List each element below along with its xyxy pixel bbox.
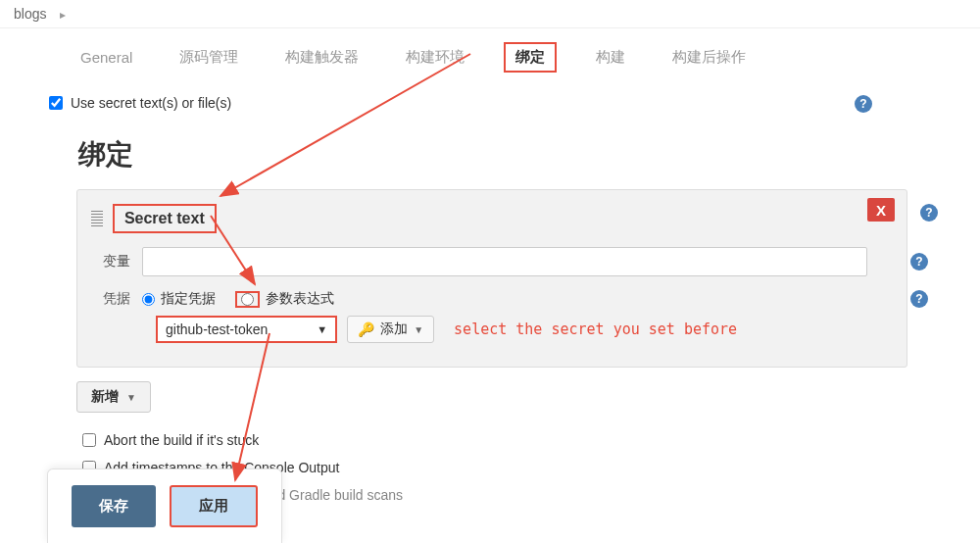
specify-cred-radio[interactable] bbox=[142, 293, 155, 306]
save-button[interactable]: 保存 bbox=[72, 485, 156, 527]
chevron-down-icon: ▼ bbox=[414, 324, 423, 335]
apply-button[interactable]: 应用 bbox=[170, 485, 258, 527]
credential-radio-group: 指定凭据 参数表达式 bbox=[142, 290, 348, 308]
secret-text-label: Secret text bbox=[113, 204, 217, 233]
tab-general[interactable]: General bbox=[73, 45, 140, 70]
breadcrumb: blogs ▸ bbox=[0, 0, 980, 28]
tab-postbuild[interactable]: 构建后操作 bbox=[664, 44, 754, 71]
use-secret-label: Use secret text(s) or file(s) bbox=[71, 95, 231, 111]
abort-checkbox[interactable] bbox=[82, 433, 96, 447]
help-icon[interactable]: ? bbox=[920, 204, 938, 222]
help-icon[interactable]: ? bbox=[910, 253, 928, 271]
help-icon[interactable]: ? bbox=[910, 290, 928, 308]
help-icon[interactable]: ? bbox=[855, 95, 872, 113]
chevron-right-icon: ▸ bbox=[60, 8, 66, 22]
tab-bar: General 源码管理 构建触发器 构建环境 绑定 构建 构建后操作 bbox=[0, 28, 980, 83]
chevron-down-icon: ▼ bbox=[126, 392, 136, 403]
annotation-text: select the secret you set before bbox=[454, 321, 737, 338]
credential-selected-value: github-test-token bbox=[166, 321, 268, 337]
use-secret-row: Use secret text(s) or file(s) ? bbox=[49, 89, 931, 117]
param-expr-highlight bbox=[235, 291, 260, 308]
tab-env[interactable]: 构建环境 bbox=[398, 44, 472, 71]
binding-title: 绑定 bbox=[49, 117, 931, 189]
new-label: 新增 bbox=[91, 388, 119, 406]
credential-select[interactable]: github-test-token ▼ bbox=[156, 316, 337, 343]
param-expr-label: 参数表达式 bbox=[266, 290, 334, 308]
key-icon: 🔑 bbox=[358, 321, 374, 337]
binding-box: Secret text X ? 变量 ? 凭据 指定凭据 参数表达式 bbox=[76, 189, 907, 368]
add-label: 添加 bbox=[380, 321, 408, 338]
credential-row: 凭据 指定凭据 参数表达式 ? bbox=[91, 290, 897, 308]
tab-scm[interactable]: 源码管理 bbox=[172, 44, 246, 71]
credential-select-row: github-test-token ▼ 🔑 添加 ▼ select the se… bbox=[91, 316, 897, 343]
add-credential-button[interactable]: 🔑 添加 ▼ bbox=[347, 316, 434, 343]
use-secret-checkbox[interactable] bbox=[49, 96, 63, 110]
variable-row: 变量 ? bbox=[91, 247, 897, 276]
abort-row: Abort the build if it's stuck bbox=[82, 426, 931, 454]
tab-trigger[interactable]: 构建触发器 bbox=[277, 44, 367, 71]
abort-label: Abort the build if it's stuck bbox=[104, 432, 259, 448]
specify-cred-label: 指定凭据 bbox=[161, 290, 216, 308]
remove-button[interactable]: X bbox=[867, 198, 895, 222]
tab-build[interactable]: 构建 bbox=[588, 44, 633, 71]
variable-label: 变量 bbox=[103, 253, 142, 271]
tab-binding[interactable]: 绑定 bbox=[504, 42, 557, 73]
secret-text-header: Secret text bbox=[91, 204, 897, 233]
drag-handle-icon[interactable] bbox=[91, 211, 103, 228]
action-bar: 保存 应用 bbox=[47, 469, 282, 543]
credential-label: 凭据 bbox=[103, 290, 142, 308]
new-binding-button[interactable]: 新增 ▼ bbox=[76, 381, 151, 413]
breadcrumb-item[interactable]: blogs bbox=[14, 6, 46, 22]
variable-input[interactable] bbox=[142, 247, 867, 276]
chevron-down-icon: ▼ bbox=[317, 323, 327, 335]
param-expr-radio[interactable] bbox=[241, 293, 254, 306]
